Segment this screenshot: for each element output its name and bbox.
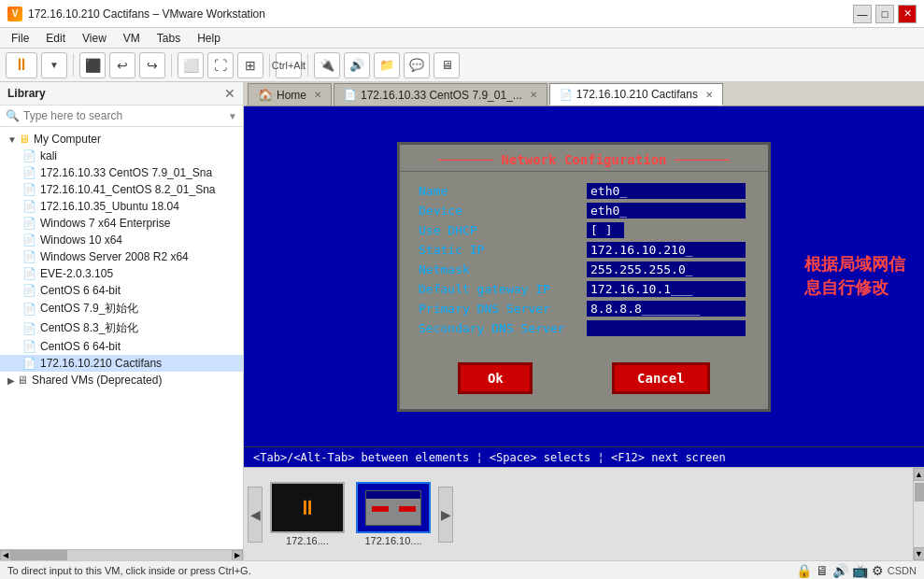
thumbnail-2[interactable]: 172.16.10.... (352, 478, 434, 550)
sidebar-item-kali[interactable]: 📄 kali (0, 148, 243, 164)
toolbar-fit[interactable]: ⬜ (178, 52, 204, 78)
thumb-scroll-right[interactable]: ▶ (438, 487, 453, 543)
toolbar-audio[interactable]: 🔊 (344, 52, 370, 78)
sidebar-item-win10[interactable]: 📄 Windows 10 x64 (0, 232, 243, 248)
tab-centos79-close[interactable]: ✕ (530, 90, 537, 100)
pause-button[interactable]: ⏸ (6, 52, 37, 78)
tab-home-close[interactable]: ✕ (314, 90, 321, 100)
thumb-color-2 (358, 484, 429, 531)
app-icon: V (7, 7, 22, 21)
toolbar-separator-4 (307, 54, 308, 77)
menu-vm[interactable]: VM (116, 30, 148, 47)
scroll-thumb[interactable] (11, 550, 67, 561)
net-value-static-ip[interactable]: 172.16.10.210_ (587, 242, 746, 258)
tab-centos79[interactable]: 📄 172.16.10.33 CentOS 7.9_01_... ✕ (334, 83, 547, 106)
search-icon: 🔍 (6, 109, 20, 122)
tab-home[interactable]: 🏠 Home ✕ (248, 83, 332, 106)
toolbar-revert[interactable]: ↩ (109, 52, 135, 78)
toolbar-separator-1 (73, 54, 74, 77)
sidebar-header: Library ✕ (0, 82, 243, 106)
thumb-label-2: 172.16.10.... (364, 535, 421, 546)
toolbar-dropdown[interactable]: ▼ (41, 52, 67, 78)
sidebar-item-cactifans[interactable]: 📄 172.16.10.210 Cactifans (0, 355, 243, 372)
sidebar-item-winserver2008[interactable]: 📄 Windows Server 2008 R2 x64 (0, 248, 243, 265)
sidebar-item-centos82[interactable]: 📄 172.16.10.41_CentOS 8.2_01_Sna (0, 181, 243, 198)
tab-cactifans-label: 172.16.10.210 Cactifans (576, 88, 698, 101)
net-field-static-ip: Static IP 172.16.10.210_ (419, 242, 749, 258)
net-value-name[interactable]: eth0_ (587, 183, 746, 199)
network-config-dialog: ─────── Network Configuration ─────── Na… (397, 142, 771, 412)
status-bar: To direct input to this VM, click inside… (0, 560, 924, 579)
toolbar-display[interactable]: 🖥 (434, 52, 460, 78)
thumb-vscroll-track[interactable] (914, 481, 925, 547)
toolbar-unity[interactable]: ⊞ (237, 52, 263, 78)
toolbar-fullscreen[interactable]: ⛶ (207, 52, 234, 78)
sidebar-item-centos79-init[interactable]: 📄 CentOS 7.9_初始化 (0, 299, 243, 318)
net-label-dhcp: Use DHCP (419, 223, 587, 237)
thumb-vscroll-thumb[interactable] (915, 483, 924, 501)
vm-viewport[interactable]: ─────── Network Configuration ─────── Na… (244, 106, 924, 446)
scroll-left-button[interactable]: ◀ (0, 550, 11, 561)
toolbar-snapshot[interactable]: ↪ (139, 52, 165, 78)
ok-button[interactable]: Ok (458, 362, 533, 394)
sidebar-title: Library (7, 87, 46, 100)
sidebar-item-centos6-1[interactable]: 📄 CentOS 6 64-bit (0, 282, 243, 299)
scroll-right-button[interactable]: ▶ (232, 550, 243, 561)
net-value-dhcp[interactable]: [ ] (587, 222, 624, 238)
toolbar-separator-2 (171, 54, 172, 77)
net-value-secondary-dns[interactable] (587, 320, 746, 336)
menu-edit[interactable]: Edit (38, 30, 73, 47)
net-value-device[interactable]: eth0_ (587, 203, 746, 219)
cancel-button[interactable]: Cancel (612, 362, 710, 394)
menu-tabs[interactable]: Tabs (149, 30, 188, 47)
net-field-netmask: Netmask 255.255.255.0_ (419, 261, 749, 277)
sidebar-scrollbar[interactable]: ◀ ▶ (0, 549, 243, 560)
net-field-name: Name eth0_ (419, 183, 749, 199)
dialog-title: ─────── Network Configuration ─────── (400, 145, 768, 172)
toolbar-msg[interactable]: 💬 (404, 52, 430, 78)
thumb-vscroll-up[interactable]: ▲ (914, 468, 925, 481)
net-value-primary-dns[interactable]: 8.8.8.8________ (587, 301, 746, 317)
sidebar-item-ubuntu1804[interactable]: 📄 172.16.10.35_Ubuntu 18.04 (0, 198, 243, 215)
thumbnail-1[interactable]: ⏸ 172.16.... (266, 478, 348, 550)
status-icon-monitor: 🖥 (816, 563, 829, 578)
dialog-body: Name eth0_ Device eth0_ Use DHCP [ ] Sta… (400, 172, 768, 351)
sidebar-item-eve[interactable]: 📄 EVE-2.0.3.105 (0, 265, 243, 282)
sidebar-item-centos79[interactable]: 📄 172.16.10.33 CentOS 7.9_01_Sna (0, 164, 243, 181)
thumb-vscroll-down[interactable]: ▼ (914, 547, 925, 560)
thumb-scroll-left[interactable]: ◀ (248, 487, 263, 543)
tab-cactifans[interactable]: 📄 172.16.10.210 Cactifans ✕ (549, 83, 723, 106)
title-bar: V 172.16.10.210 Cactifans – VMware Works… (0, 0, 924, 28)
sidebar-item-centos6-2[interactable]: 📄 CentOS 6 64-bit (0, 338, 243, 355)
toolbar-power[interactable]: ⬛ (79, 52, 106, 78)
net-value-netmask[interactable]: 255.255.255.0_ (587, 261, 746, 277)
status-icon-settings: ⚙ (872, 563, 884, 578)
toolbar-ctrl-alt-del[interactable]: Ctrl+Alt (276, 52, 302, 78)
sidebar-close-button[interactable]: ✕ (224, 86, 235, 101)
title-bar-left: V 172.16.10.210 Cactifans – VMware Works… (7, 7, 265, 21)
maximize-button[interactable]: □ (875, 5, 894, 23)
status-icon-lock: 🔒 (796, 563, 812, 578)
sidebar-item-win7[interactable]: 📄 Windows 7 x64 Enterprise (0, 215, 243, 232)
menu-file[interactable]: File (4, 30, 36, 47)
search-box: 🔍 ▼ (0, 106, 243, 127)
thumb-img-2 (356, 482, 431, 533)
toolbar-share[interactable]: 📁 (374, 52, 400, 78)
minimize-button[interactable]: — (853, 5, 872, 23)
toolbar-usb[interactable]: 🔌 (314, 52, 340, 78)
tab-bar: 🏠 Home ✕ 📄 172.16.10.33 CentOS 7.9_01_..… (244, 82, 924, 106)
thumb-black-1: ⏸ (272, 484, 343, 531)
dialog-buttons: Ok Cancel (400, 351, 768, 409)
close-button[interactable]: ✕ (898, 5, 917, 23)
tab-cactifans-close[interactable]: ✕ (705, 90, 713, 100)
scroll-track[interactable] (11, 550, 232, 561)
search-input[interactable] (23, 109, 228, 122)
menu-help[interactable]: Help (190, 30, 228, 47)
search-dropdown-icon[interactable]: ▼ (228, 111, 237, 121)
sidebar-item-shared-vms[interactable]: ▶ 🖥 Shared VMs (Deprecated) (0, 372, 243, 388)
status-icon-display: 📺 (852, 563, 868, 578)
menu-view[interactable]: View (75, 30, 114, 47)
sidebar-item-centos83-init[interactable]: 📄 CentOS 8.3_初始化 (0, 318, 243, 338)
net-value-gateway[interactable]: 172.16.10.1___ (587, 281, 746, 297)
sidebar-item-my-computer[interactable]: ▼ 🖥 My Computer (0, 131, 243, 148)
